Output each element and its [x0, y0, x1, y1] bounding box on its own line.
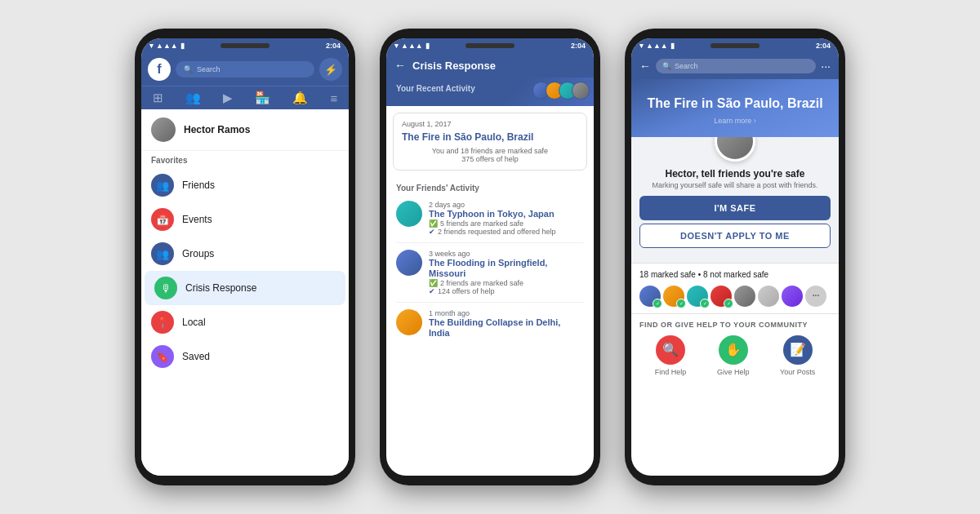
sidebar-item-events[interactable]: 📅 Events [141, 202, 349, 237]
friends-icon: 👥 [151, 174, 174, 197]
battery-icon-3: ▮ [670, 42, 675, 50]
sidebar-label-saved: Saved [182, 351, 210, 362]
right-header: ← 🔍 Search ··· [631, 53, 839, 79]
user-row[interactable]: Hector Ramos [141, 109, 349, 151]
groups-icon: 👥 [151, 242, 174, 265]
status-time-1: 2:04 [326, 42, 341, 50]
user-name: Hector Ramos [184, 124, 250, 135]
hero-av-4 [572, 82, 590, 100]
sidebar-item-local[interactable]: 📍 Local [141, 305, 349, 339]
sidebar-item-saved[interactable]: 🔖 Saved [141, 339, 349, 374]
messenger-symbol: ⚡ [324, 64, 337, 76]
phone-notch-2 [466, 43, 514, 48]
nav-store-icon[interactable]: 🏪 [255, 91, 270, 105]
friends-activity-label: Your Friends' Activity [386, 177, 594, 196]
doesnt-apply-button[interactable]: DOESN'T APPLY TO ME [639, 224, 831, 248]
friend-avatar-1 [396, 201, 422, 227]
status-icons-1: ▾ ▲▲▲ ▮ [149, 42, 185, 50]
sidebar-item-friends[interactable]: 👥 Friends [141, 168, 349, 202]
nav-menu-icon[interactable]: ≡ [331, 91, 338, 105]
crisis-card[interactable]: August 1, 2017 The Fire in São Paulo, Br… [393, 113, 587, 171]
messenger-icon[interactable]: ⚡ [319, 58, 342, 81]
right-search[interactable]: 🔍 Search [656, 59, 816, 73]
signal-icon: ▲▲▲ [156, 42, 178, 50]
fb-logo: f [148, 58, 171, 81]
more-options-icon[interactable]: ··· [821, 60, 831, 73]
nav-video-icon[interactable]: ▶ [223, 91, 233, 105]
crisis-page-title: Crisis Response [412, 60, 496, 72]
saved-icon: 🔖 [151, 345, 174, 368]
give-help-icon: ✋ [719, 335, 748, 365]
status-icons-2: ▾ ▲▲▲ ▮ [394, 42, 430, 50]
friend-status-2a: ✅ 2 friends are marked safe [429, 279, 584, 287]
friend-status-2b: ✔ 124 offers of help [429, 287, 584, 295]
crisis-card-title: The Fire in São Paulo, Brazil [394, 131, 586, 147]
friend-time-1: 2 days ago [429, 201, 584, 209]
safe-av-1 [639, 286, 661, 307]
event-learn-more[interactable]: Learn more › [644, 116, 826, 125]
give-help-item[interactable]: ✋ Give Help [717, 335, 750, 376]
battery-icon: ▮ [180, 42, 185, 50]
friend-avatar-3 [396, 309, 422, 335]
check-blue-2: ✔ [429, 287, 435, 295]
wifi-icon-2: ▾ [394, 42, 399, 50]
nav-bell-icon[interactable]: 🔔 [292, 91, 308, 105]
phone-notch-3 [710, 43, 760, 48]
nav-friends-icon[interactable]: 👥 [185, 91, 201, 105]
crisis-card-info2: 375 offers of help [394, 155, 586, 170]
back-arrow-2[interactable]: ← [394, 59, 406, 72]
safe-av-6 [758, 286, 779, 307]
sidebar-content: Hector Ramos Favorites 👥 Friends 📅 Event… [141, 109, 349, 476]
battery-icon-2: ▮ [425, 42, 430, 50]
nav-row-1: ⊞ 👥 ▶ 🏪 🔔 ≡ [141, 86, 349, 109]
local-icon: 📍 [151, 311, 174, 334]
safe-av-5 [734, 286, 755, 307]
marking-note: Marking yourself safe will share a post … [635, 181, 834, 189]
find-help-label: Find Help [655, 368, 687, 376]
events-icon: 📅 [151, 208, 174, 231]
your-posts-item[interactable]: 📝 Your Posts [780, 335, 815, 376]
search-icon-3: 🔍 [662, 62, 671, 70]
im-safe-button[interactable]: I'M SAFE [639, 196, 831, 220]
crisis-card-date: August 1, 2017 [394, 113, 586, 131]
friend-title-1: The Typhoon in Tokyo, Japan [429, 209, 584, 219]
sidebar-item-crisis[interactable]: 🎙 Crisis Response [145, 271, 345, 305]
status-icons-3: ▾ ▲▲▲ ▮ [639, 42, 675, 50]
friend-avatar-2 [396, 250, 422, 276]
find-help-icon: 🔍 [656, 335, 685, 365]
sidebar-item-groups[interactable]: 👥 Groups [141, 237, 349, 271]
crisis-card-info1: You and 18 friends are marked safe [394, 147, 586, 155]
back-arrow-3[interactable]: ← [639, 60, 651, 73]
safe-av-more: ··· [805, 286, 826, 307]
search-placeholder-3: Search [675, 62, 698, 70]
friend-status-1a: ✅ 5 friends are marked safe [429, 219, 584, 228]
search-bar-1[interactable]: 🔍 Search [176, 61, 314, 78]
give-help-label: Give Help [717, 368, 750, 376]
friend-status-1b: ✔ 2 friends requested and offered help [429, 228, 584, 236]
signal-icon-3: ▲▲▲ [646, 42, 668, 50]
phone-screen-2: ▾ ▲▲▲ ▮ 2:04 ← Crisis Response Your Rece… [386, 38, 594, 476]
favorites-label: Favorites [141, 151, 349, 168]
phone-1: ▾ ▲▲▲ ▮ 2:04 f 🔍 Search ⚡ ⊞ 👥 ▶ 🏪 [135, 29, 355, 485]
divider-2 [396, 302, 584, 303]
search-icon-1: 🔍 [184, 65, 193, 73]
event-profile-area: Hector, tell friends you're safe Marking… [631, 137, 839, 263]
find-help-section: FIND OR GIVE HELP TO YOUR COMMUNITY 🔍 Fi… [631, 313, 839, 383]
safe-avatars-row: ··· [631, 282, 839, 313]
search-placeholder-1: Search [197, 65, 220, 73]
crisis-hero-area: Your Recent Activity [386, 78, 594, 106]
nav-home-icon[interactable]: ⊞ [153, 91, 163, 105]
fb-header-1: f 🔍 Search ⚡ [141, 53, 349, 86]
your-posts-label: Your Posts [780, 368, 815, 376]
friend-item-1[interactable]: 2 days ago The Typhoon in Tokyo, Japan ✅… [386, 196, 594, 241]
find-help-item[interactable]: 🔍 Find Help [655, 335, 687, 376]
safe-av-3 [687, 286, 708, 307]
friend-item-3[interactable]: 1 month ago The Building Collapse in Del… [386, 304, 594, 343]
friend-item-2[interactable]: 3 weeks ago The Flooding in Springfield,… [386, 245, 594, 300]
phone-2: ▾ ▲▲▲ ▮ 2:04 ← Crisis Response Your Rece… [380, 29, 600, 485]
phone-screen-3: ▾ ▲▲▲ ▮ 2:04 ← 🔍 Search ··· The Fire in … [631, 38, 839, 476]
check-blue-1: ✔ [429, 228, 435, 236]
your-posts-icon: 📝 [783, 335, 813, 365]
sidebar-label-local: Local [182, 317, 206, 328]
wifi-icon: ▾ [149, 42, 154, 50]
